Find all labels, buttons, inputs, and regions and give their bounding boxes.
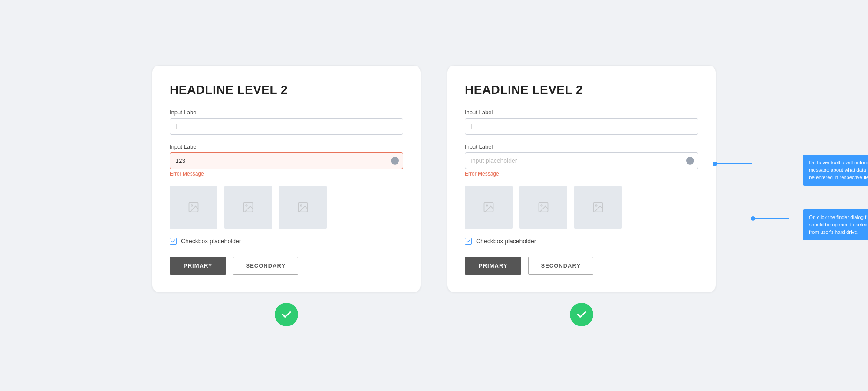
left-panel: HEADLINE LEVEL 2 Input Label Input Label… — [152, 65, 421, 326]
right-panel: HEADLINE LEVEL 2 Input Label Input Label… — [447, 65, 716, 326]
svg-point-7 — [486, 205, 488, 206]
left-checkbox-row: Checkbox placeholder — [170, 238, 403, 245]
right-image-1[interactable] — [465, 186, 513, 229]
right-info-icon[interactable]: i — [686, 157, 694, 165]
left-checkbox-label: Checkbox placeholder — [181, 238, 241, 245]
right-check-badge — [570, 303, 593, 326]
right-field1-input[interactable] — [465, 118, 698, 135]
right-field2-input[interactable] — [465, 152, 698, 169]
left-field2-wrapper: i — [170, 152, 403, 169]
left-field1-group: Input Label — [170, 109, 403, 135]
svg-point-9 — [541, 205, 542, 206]
left-primary-button[interactable]: PRIMARY — [170, 257, 226, 275]
left-card: HEADLINE LEVEL 2 Input Label Input Label… — [152, 65, 421, 292]
right-image-3[interactable] — [574, 186, 622, 229]
annotation2-line — [754, 218, 789, 219]
left-field2-group: Input Label i Error Message — [170, 143, 403, 177]
left-info-icon[interactable]: i — [391, 157, 399, 165]
svg-point-3 — [246, 205, 247, 206]
right-primary-button[interactable]: PRIMARY — [465, 257, 521, 275]
svg-point-11 — [595, 205, 597, 206]
annotation1-tooltip: On hover tooltip with information messag… — [803, 155, 868, 186]
left-headline: HEADLINE LEVEL 2 — [170, 83, 403, 97]
right-error-message: Error Message — [465, 171, 698, 177]
svg-point-1 — [191, 205, 193, 206]
right-card-container: HEADLINE LEVEL 2 Input Label Input Label… — [447, 65, 716, 292]
annotation1-line — [717, 163, 752, 164]
right-field2-wrapper: i — [465, 152, 698, 169]
annotation1-dot — [713, 162, 717, 166]
svg-point-5 — [300, 205, 302, 206]
left-image-2[interactable] — [224, 186, 272, 229]
right-field1-group: Input Label — [465, 109, 698, 135]
right-image-2[interactable] — [519, 186, 567, 229]
right-card: HEADLINE LEVEL 2 Input Label Input Label… — [447, 65, 716, 292]
left-image-3[interactable] — [279, 186, 327, 229]
left-field2-label: Input Label — [170, 143, 403, 150]
left-image-1[interactable] — [170, 186, 217, 229]
right-headline: HEADLINE LEVEL 2 — [465, 83, 698, 97]
left-secondary-button[interactable]: SECONDARY — [233, 257, 298, 275]
left-button-row: PRIMARY SECONDARY — [170, 257, 403, 275]
right-secondary-button[interactable]: SECONDARY — [528, 257, 593, 275]
left-image-placeholders — [170, 186, 403, 229]
annotation2-tooltip: On click the finder dialog findow should… — [803, 209, 868, 241]
right-field2-label: Input Label — [465, 143, 698, 150]
left-checkbox[interactable] — [170, 238, 177, 245]
right-button-row: PRIMARY SECONDARY — [465, 257, 698, 275]
left-check-badge — [275, 303, 298, 326]
right-field2-group: Input Label i Error Message — [465, 143, 698, 177]
left-error-message: Error Message — [170, 171, 403, 177]
right-image-placeholders — [465, 186, 698, 229]
right-checkbox-row: Checkbox placeholder — [465, 238, 698, 245]
right-field1-label: Input Label — [465, 109, 698, 116]
right-checkbox-label: Checkbox placeholder — [476, 238, 536, 245]
right-checkbox[interactable] — [465, 238, 472, 245]
left-field1-input[interactable] — [170, 118, 403, 135]
left-field2-input[interactable] — [170, 152, 403, 169]
left-field1-label: Input Label — [170, 109, 403, 116]
